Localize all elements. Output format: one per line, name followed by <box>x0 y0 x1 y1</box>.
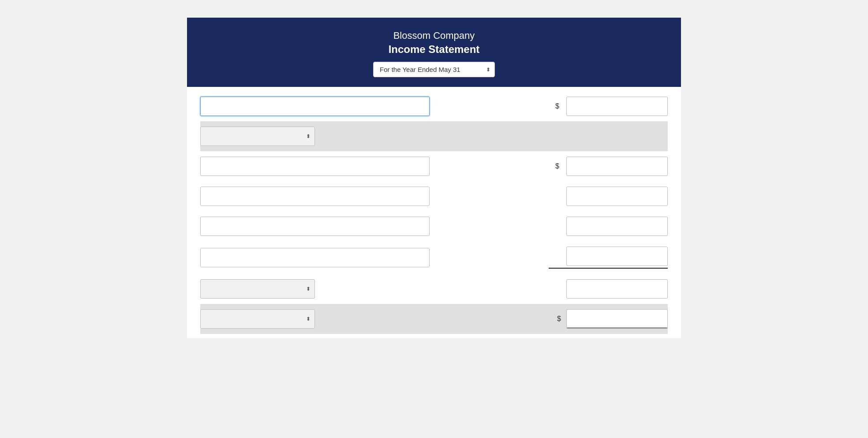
row2-select-wrapper <box>200 127 315 146</box>
row-6 <box>200 241 668 274</box>
underline-divider <box>549 268 668 269</box>
row3-amount-input[interactable] <box>566 157 668 176</box>
company-name: Blossom Company <box>196 30 672 41</box>
date-select-wrapper: For the Year Ended May 31For the Year En… <box>373 62 495 77</box>
row8-dollar-sign: $ <box>557 315 563 323</box>
row7-amount-wrapper <box>566 279 668 299</box>
row6-amount-wrapper <box>566 247 668 266</box>
row6-label-input[interactable] <box>200 248 430 267</box>
header-bar: Blossom Company Income Statement For the… <box>187 18 681 87</box>
row4-label-wrapper <box>200 187 430 206</box>
row4-amount-input[interactable] <box>566 187 668 206</box>
row-3: $ <box>200 151 668 181</box>
row5-amount-input[interactable] <box>566 217 668 236</box>
date-select[interactable]: For the Year Ended May 31For the Year En… <box>373 62 495 77</box>
row-7 <box>200 274 668 304</box>
row1-amount-input[interactable] <box>566 97 668 116</box>
row1-label-wrapper <box>200 97 430 116</box>
statement-title: Income Statement <box>196 43 672 56</box>
row8-amount-area: $ <box>557 309 668 329</box>
row-4 <box>200 181 668 211</box>
row6-amount-input[interactable] <box>566 247 668 266</box>
row7-select-wrapper <box>200 279 315 299</box>
form-section: $ $ <box>187 87 681 338</box>
page-wrapper: Blossom Company Income Statement For the… <box>187 18 681 338</box>
row8-select-wrapper <box>200 309 315 329</box>
row6-amount-area <box>549 247 668 269</box>
row-8: $ <box>200 304 668 334</box>
row6-label-wrapper <box>200 248 430 267</box>
row-1: $ <box>200 91 668 121</box>
row3-label-wrapper <box>200 157 430 176</box>
row4-amount-wrapper <box>566 187 668 206</box>
row7-select[interactable] <box>200 279 315 299</box>
row-2 <box>200 121 668 151</box>
row3-amount-wrapper <box>566 157 668 176</box>
row8-input-container <box>566 309 668 329</box>
row3-dollar-sign: $ <box>555 162 561 170</box>
row5-label-input[interactable] <box>200 217 430 236</box>
row4-label-input[interactable] <box>200 187 430 206</box>
row5-amount-wrapper <box>566 217 668 236</box>
row1-label-input[interactable] <box>200 97 430 116</box>
row8-select[interactable] <box>200 309 315 329</box>
row1-amount-wrapper <box>566 97 668 116</box>
row5-label-wrapper <box>200 217 430 236</box>
row1-dollar-sign: $ <box>555 102 561 110</box>
row7-amount-input[interactable] <box>566 279 668 299</box>
row2-select[interactable] <box>200 127 315 146</box>
row3-label-input[interactable] <box>200 157 430 176</box>
row8-amount-input[interactable] <box>566 309 668 329</box>
row-5 <box>200 211 668 241</box>
